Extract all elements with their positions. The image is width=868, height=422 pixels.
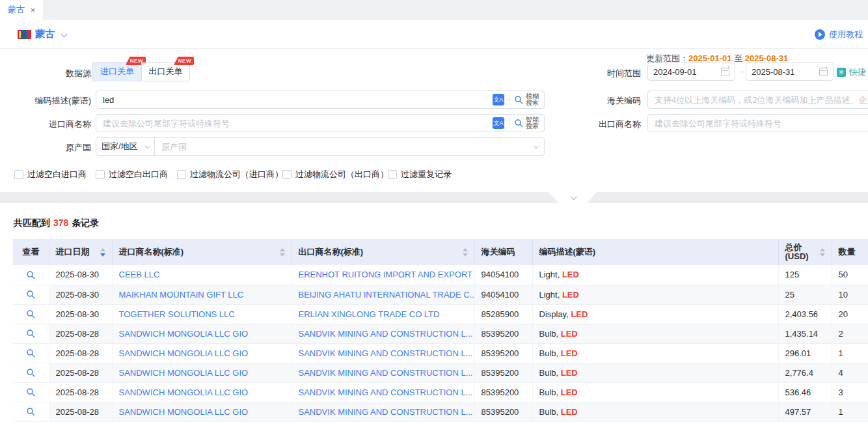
exporter-link[interactable]: SANDVIK MINING AND CONSTRUCTION L... xyxy=(299,368,473,378)
header-total-usd[interactable]: 总价 (USD) xyxy=(778,239,832,265)
exporter-link[interactable]: ERENHOT RUITONG IMPORT AND EXPORT ... xyxy=(299,270,475,279)
view-record-button[interactable] xyxy=(13,343,49,363)
smart-search-button[interactable]: 智能 搜索 xyxy=(514,117,539,130)
fuzzy-search-button[interactable]: 模糊 搜索 xyxy=(514,93,539,106)
exporter-link[interactable]: SANDVIK MINING AND CONSTRUCTION L... xyxy=(299,407,473,417)
exporter-link[interactable]: ERLIAN XINGLONG TRADE CO LTD xyxy=(299,309,440,319)
tutorial-play-icon xyxy=(815,29,825,40)
code-desc-input[interactable] xyxy=(96,95,493,105)
cell-code-desc: Bulb, LED xyxy=(532,402,778,421)
cell-hs-code: 85395200 xyxy=(474,324,532,343)
view-record-button[interactable] xyxy=(13,324,49,343)
checkbox-filter-logistics-exporter[interactable]: 过滤物流公司（出口商） xyxy=(282,169,388,180)
sort-icons[interactable] xyxy=(100,248,105,257)
origin-country-field: 国家/地区 xyxy=(96,137,545,156)
keyword-highlight: LED xyxy=(562,270,579,279)
translate-icon[interactable]: 文A xyxy=(493,117,504,129)
view-search-icon xyxy=(26,387,36,397)
header-exporter-name[interactable]: 出口商名称(标准) xyxy=(292,239,474,265)
sort-icons[interactable] xyxy=(820,248,825,257)
importer-link[interactable]: SANDWICH MONGOLIA LLC GIO xyxy=(119,407,249,417)
checkbox-filter-blank-exporter[interactable]: 过滤空白出口商 xyxy=(96,169,168,180)
importer-name-input[interactable] xyxy=(96,119,493,128)
importer-link[interactable]: MAIKHAN MOUNTAIN GIFT LLC xyxy=(119,290,244,300)
checkbox-icon[interactable] xyxy=(282,170,292,179)
chevron-down-icon[interactable] xyxy=(61,31,68,38)
close-icon[interactable]: × xyxy=(31,6,36,14)
quick-select-button[interactable]: 米 快捷 xyxy=(837,66,866,78)
origin-country-input[interactable] xyxy=(155,142,534,152)
cell-total-usd: 1,435.14 xyxy=(778,324,832,343)
header-import-date[interactable]: 进口日期 xyxy=(49,239,112,265)
results-table-wrap: 查看 进口日期 进口商名称(标准) 出口商名称(标准) 海关编码 编码描述(蒙语… xyxy=(13,239,868,422)
cell-exporter-name: SANDVIK MINING AND CONSTRUCTION L... xyxy=(292,343,474,363)
match-count-text: 共匹配到378条记录 xyxy=(14,218,99,229)
tutorial-link[interactable]: 使用教程 xyxy=(815,29,863,40)
results-table: 查看 进口日期 进口商名称(标准) 出口商名称(标准) 海关编码 编码描述(蒙语… xyxy=(13,239,868,422)
date-start-field[interactable] xyxy=(647,63,735,81)
sort-icons[interactable] xyxy=(280,248,285,257)
importer-link[interactable]: CEEB LLC xyxy=(119,270,160,279)
cell-exporter-name: ERLIAN XINGLONG TRADE CO LTD xyxy=(292,304,474,324)
tab-export-declarations[interactable]: 出口关单 NEW xyxy=(141,63,189,81)
cell-code-desc: Bulb, LED xyxy=(532,343,778,363)
calendar-icon[interactable] xyxy=(819,68,828,76)
importer-link[interactable]: SANDWICH MONGOLIA LLC GIO xyxy=(119,368,249,378)
view-record-button[interactable] xyxy=(13,363,49,382)
importer-link[interactable]: TOGETHER SOLUTIONS LLC xyxy=(119,309,235,319)
checkbox-filter-logistics-importer[interactable]: 过滤物流公司（进口商） xyxy=(177,169,283,180)
checkbox-filter-duplicates[interactable]: 过滤重复记录 xyxy=(388,169,452,180)
importer-link[interactable]: SANDWICH MONGOLIA LLC GIO xyxy=(119,329,249,339)
exporter-name-field xyxy=(647,114,868,132)
view-search-icon xyxy=(26,368,36,378)
table-row: 2025-08-28 SANDWICH MONGOLIA LLC GIO SAN… xyxy=(13,382,868,402)
new-badge: NEW xyxy=(174,57,194,65)
date-end-input[interactable] xyxy=(752,67,819,77)
sort-icons[interactable] xyxy=(463,248,468,257)
page-tab-mongolia[interactable]: 蒙古 × xyxy=(0,0,43,20)
header-code-desc: 编码描述(蒙语) xyxy=(532,239,778,265)
collapse-filters-button[interactable] xyxy=(549,192,597,203)
importer-link[interactable]: SANDWICH MONGOLIA LLC GIO xyxy=(119,387,249,397)
view-record-button[interactable] xyxy=(13,265,49,285)
date-range-separator: – xyxy=(739,66,744,76)
quick-select-label: 快捷 xyxy=(849,66,866,78)
view-record-button[interactable] xyxy=(13,382,49,402)
importer-link[interactable]: SANDWICH MONGOLIA LLC GIO xyxy=(119,348,249,358)
cell-hs-code: 94054100 xyxy=(474,265,532,285)
view-search-icon xyxy=(26,329,36,339)
table-row: 2025-08-30 MAIKHAN MOUNTAIN GIFT LLC BEI… xyxy=(13,285,868,304)
cell-total-usd: 296.01 xyxy=(778,343,832,363)
exporter-name-input[interactable] xyxy=(648,119,868,128)
view-search-icon xyxy=(26,270,36,280)
chevron-down-icon[interactable] xyxy=(533,143,538,148)
hs-code-input[interactable] xyxy=(648,95,868,105)
exporter-link[interactable]: SANDVIK MINING AND CONSTRUCTION L... xyxy=(299,387,473,397)
translate-icon[interactable]: 文A xyxy=(493,94,504,106)
cell-exporter-name: SANDVIK MINING AND CONSTRUCTION L... xyxy=(292,324,474,343)
country-selector-label[interactable]: 蒙古 xyxy=(35,28,55,40)
panel-separator xyxy=(0,192,868,203)
calendar-icon[interactable] xyxy=(721,68,729,76)
exporter-link[interactable]: BEIJING AHATU INTERNATIONAL TRADE C... xyxy=(299,290,475,300)
view-record-button[interactable] xyxy=(13,285,49,304)
checkbox-filter-blank-importer[interactable]: 过滤空白进口商 xyxy=(14,169,87,180)
table-row: 2025-08-28 SANDWICH MONGOLIA LLC GIO SAN… xyxy=(13,324,868,343)
quick-select-icon: 米 xyxy=(837,68,846,77)
header-importer-name[interactable]: 进口商名称(标准) xyxy=(112,239,292,265)
checkbox-icon[interactable] xyxy=(388,170,397,179)
checkbox-icon[interactable] xyxy=(96,170,105,179)
region-select[interactable]: 国家/地区 xyxy=(96,138,155,155)
tab-import-declarations[interactable]: 进口关单 NEW xyxy=(93,63,141,81)
cell-total-usd: 125 xyxy=(778,265,832,285)
cell-hs-code: 94054100 xyxy=(474,285,532,304)
exporter-link[interactable]: SANDVIK MINING AND CONSTRUCTION L... xyxy=(299,348,473,358)
checkbox-icon[interactable] xyxy=(14,170,23,179)
exporter-link[interactable]: SANDVIK MINING AND CONSTRUCTION L... xyxy=(299,329,473,339)
checkbox-icon[interactable] xyxy=(177,170,186,179)
view-record-button[interactable] xyxy=(13,402,49,421)
view-record-button[interactable] xyxy=(13,304,49,324)
date-end-field[interactable] xyxy=(746,63,834,81)
date-start-input[interactable] xyxy=(653,67,721,77)
view-search-icon xyxy=(26,348,36,358)
